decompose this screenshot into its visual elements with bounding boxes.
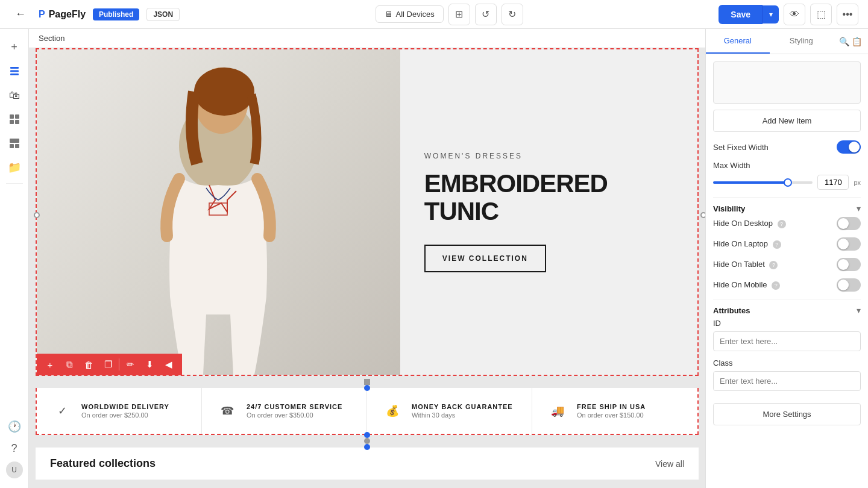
toolbar-delete-icon[interactable]: 🗑: [80, 356, 97, 373]
feature-text-service: 24/7 CUSTOMER SERVICE On order over $350…: [247, 403, 342, 419]
feature-text-delivery: WORLDWIDE DELIVERY On order over $250.00: [81, 403, 169, 419]
svg-rect-9: [15, 144, 19, 148]
toolbar-divider-1: [119, 358, 119, 371]
hide-mobile-help-icon[interactable]: ?: [772, 281, 780, 290]
devices-label: All Devices: [396, 10, 435, 19]
add-new-item-button[interactable]: Add New Item: [713, 110, 861, 132]
feature-icon-service: ☎: [216, 400, 238, 422]
sidebar-item-layers[interactable]: [4, 60, 25, 82]
max-width-label: Max Width: [713, 161, 861, 170]
all-devices-button[interactable]: 🖥 All Devices: [376, 5, 444, 23]
set-fixed-width-label: Set Fixed Width: [713, 143, 769, 152]
control-dot-bottom-mid[interactable]: [364, 438, 370, 444]
visibility-chevron-icon[interactable]: ▾: [857, 204, 861, 213]
hero-section[interactable]: WOMEN'S DRESSES EMBROIDERED TUNIC VIEW C…: [36, 48, 699, 376]
share-button[interactable]: ⬚: [810, 4, 832, 25]
id-input[interactable]: [713, 331, 861, 351]
toolbar-duplicate-icon[interactable]: ⧉: [61, 356, 78, 373]
hide-desktop-help-icon[interactable]: ?: [778, 220, 786, 228]
main-layout: + 🛍 📁 🕐 ? U Section: [0, 29, 868, 488]
svg-point-12: [194, 67, 254, 116]
tab-general[interactable]: General: [706, 29, 770, 54]
app-logo: P PageFly: [39, 9, 86, 20]
sidebar-item-history[interactable]: 🕐: [4, 416, 25, 437]
max-width-input[interactable]: 1170: [817, 175, 849, 190]
hide-mobile-toggle[interactable]: [837, 278, 861, 292]
control-dot-top[interactable]: [364, 379, 370, 385]
feature-text-freeship: FREE SHIP IN USA On order over $150.00: [577, 403, 646, 419]
undo-button[interactable]: ↺: [475, 4, 497, 25]
hide-desktop-row: Hide On Desktop ?: [713, 217, 861, 230]
toolbar-move-icon[interactable]: ❐: [99, 356, 116, 373]
max-width-slider[interactable]: [713, 181, 813, 184]
svg-rect-1: [10, 70, 19, 72]
view-collection-button[interactable]: VIEW COLLECTION: [424, 245, 546, 272]
control-dot-bottom-bottom[interactable]: [364, 444, 370, 450]
section-bottom-controls: [36, 435, 699, 447]
visibility-label: Visibility: [713, 204, 745, 213]
hide-desktop-knob: [838, 218, 849, 229]
sidebar-item-shop[interactable]: 🛍: [4, 84, 25, 106]
hide-tablet-help-icon[interactable]: ?: [769, 261, 778, 269]
slider-thumb[interactable]: [784, 178, 792, 187]
set-fixed-width-toggle[interactable]: [837, 140, 861, 154]
hide-mobile-row: Hide On Mobile ?: [713, 278, 861, 292]
sidebar-item-elements[interactable]: [4, 108, 25, 130]
redo-button[interactable]: ↻: [502, 4, 523, 25]
hide-desktop-label: Hide On Desktop ?: [713, 219, 786, 228]
svg-rect-2: [10, 74, 19, 75]
control-dot-middle[interactable]: [364, 385, 370, 391]
slider-fill: [713, 181, 788, 184]
feature-icon-delivery: ✓: [51, 400, 73, 422]
sidebar-bottom: 🕐 ? U: [4, 416, 25, 481]
control-dot-bottom-top[interactable]: [364, 432, 370, 438]
hide-tablet-knob: [838, 259, 849, 270]
panel-textarea-area[interactable]: [713, 61, 861, 104]
hero-category: WOMEN'S DRESSES: [424, 152, 523, 160]
status-published-badge[interactable]: Published: [93, 8, 139, 20]
logo-icon: P: [39, 9, 45, 20]
sidebar-item-sections[interactable]: [4, 133, 25, 154]
search-icon[interactable]: 🔍: [839, 37, 849, 46]
save-button[interactable]: Save: [719, 5, 763, 24]
hide-desktop-toggle[interactable]: [837, 217, 861, 230]
layout-icon-button[interactable]: ⊞: [448, 4, 470, 25]
sidebar-item-user[interactable]: U: [4, 459, 25, 481]
back-button[interactable]: ←: [10, 4, 31, 25]
hide-tablet-toggle[interactable]: [837, 258, 861, 271]
app-name: PageFly: [49, 9, 86, 20]
view-all-link[interactable]: View all: [655, 459, 684, 469]
preview-button[interactable]: 👁: [784, 4, 805, 25]
attributes-chevron-icon[interactable]: ▾: [857, 305, 861, 315]
sidebar-item-help[interactable]: ?: [4, 437, 25, 459]
featured-label: Featured collections: [50, 457, 156, 470]
more-options-button[interactable]: •••: [837, 4, 858, 25]
class-input[interactable]: [713, 371, 861, 391]
hide-laptop-help-icon[interactable]: ?: [773, 240, 781, 249]
monitor-icon: 🖥: [385, 10, 392, 19]
status-json-badge[interactable]: JSON: [146, 8, 180, 21]
left-sidebar: + 🛍 📁 🕐 ? U: [0, 29, 29, 488]
panel-body: Add New Item Set Fixed Width Max Width 1…: [706, 54, 868, 488]
topbar-actions: Save ▾ 👁 ⬚ •••: [719, 4, 858, 25]
hide-laptop-toggle[interactable]: [837, 237, 861, 251]
more-settings-button[interactable]: More Settings: [713, 403, 861, 425]
save-dropdown-button[interactable]: ▾: [763, 5, 779, 23]
hide-mobile-label: Hide On Mobile ?: [713, 280, 780, 290]
clipboard-icon[interactable]: 📋: [852, 37, 862, 46]
toolbar-collapse-icon[interactable]: ◀: [160, 356, 177, 373]
sidebar-item-folder[interactable]: 📁: [4, 157, 25, 178]
sidebar-item-add[interactable]: +: [4, 36, 25, 58]
sidebar-divider: [6, 183, 23, 184]
section-divider-controls: [36, 376, 699, 388]
toolbar-edit-icon[interactable]: ✏: [122, 356, 139, 373]
toolbar-download-icon[interactable]: ⬇: [141, 356, 158, 373]
right-panel: General Styling 🔍 📋 Add New Item Set Fix…: [705, 29, 868, 488]
feature-subtitle-1: On order over $350.00: [247, 411, 342, 419]
toolbar-add-icon[interactable]: +: [42, 356, 58, 373]
svg-rect-5: [10, 120, 14, 124]
featured-bar: Featured collections View all: [36, 447, 699, 480]
save-button-group: Save ▾: [719, 5, 779, 24]
tab-styling[interactable]: Styling: [770, 29, 834, 54]
hero-image-placeholder: [37, 49, 400, 375]
